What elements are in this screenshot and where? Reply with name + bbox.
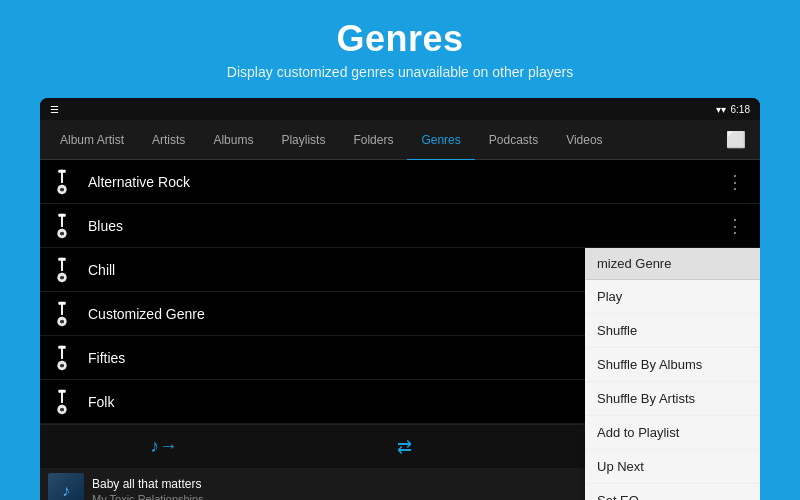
tab-folders[interactable]: Folders: [339, 121, 407, 161]
top-section: Genres Display customized genres unavail…: [0, 0, 800, 90]
tab-playlists[interactable]: Playlists: [267, 121, 339, 161]
context-menu-set-eq[interactable]: Set EQ: [585, 484, 760, 500]
svg-rect-37: [58, 389, 66, 392]
tab-podcasts[interactable]: Podcasts: [475, 121, 552, 161]
tab-artists[interactable]: Artists: [138, 121, 199, 161]
prev-control[interactable]: ♪→: [150, 436, 177, 457]
context-menu-header: mized Genre: [585, 248, 760, 280]
guitar-icon: [46, 211, 78, 241]
context-menu-up-next[interactable]: Up Next: [585, 450, 760, 484]
svg-rect-30: [58, 345, 66, 348]
wifi-icon: ▾▾: [716, 104, 726, 115]
genre-row[interactable]: Blues ⋮: [40, 204, 760, 248]
svg-rect-23: [58, 301, 66, 304]
tab-album-artist[interactable]: Album Artist: [46, 121, 138, 161]
cast-button[interactable]: ⬜: [718, 130, 754, 149]
context-menu-play[interactable]: Play: [585, 280, 760, 314]
status-menu-icon: ☰: [50, 104, 59, 115]
svg-rect-16: [58, 257, 66, 260]
more-button[interactable]: ⋮: [720, 167, 750, 197]
svg-rect-2: [58, 169, 66, 172]
tab-genres[interactable]: Genres: [407, 121, 474, 161]
tab-videos[interactable]: Videos: [552, 121, 616, 161]
context-menu: mized Genre Play Shuffle Shuffle By Albu…: [585, 248, 760, 500]
guitar-icon: [46, 167, 78, 197]
context-menu-shuffle-artists[interactable]: Shuffle By Artists: [585, 382, 760, 416]
context-menu-shuffle-albums[interactable]: Shuffle By Albums: [585, 348, 760, 382]
svg-rect-9: [58, 213, 66, 216]
genre-name: Alternative Rock: [88, 174, 720, 190]
status-bar: ☰ ▾▾ 6:18: [40, 98, 760, 120]
device-frame: ☰ ▾▾ 6:18 Album Artist Artists Albums Pl…: [40, 98, 760, 500]
guitar-icon: [46, 255, 78, 285]
shuffle-control[interactable]: ⇄: [397, 436, 412, 458]
time-display: 6:18: [731, 104, 750, 115]
status-right: ▾▾ 6:18: [716, 104, 750, 115]
genre-row[interactable]: Alternative Rock ⋮: [40, 160, 760, 204]
album-art: [48, 473, 84, 500]
guitar-icon: [46, 387, 78, 417]
guitar-icon: [46, 299, 78, 329]
album-art-image: [48, 473, 84, 500]
genre-list: Alternative Rock ⋮ Blues ⋮: [40, 160, 760, 424]
guitar-icon: [46, 343, 78, 373]
context-menu-shuffle[interactable]: Shuffle: [585, 314, 760, 348]
page-title: Genres: [0, 18, 800, 60]
tab-albums[interactable]: Albums: [199, 121, 267, 161]
tab-bar: Album Artist Artists Albums Playlists Fo…: [40, 120, 760, 160]
context-menu-add-playlist[interactable]: Add to Playlist: [585, 416, 760, 450]
page-subtitle: Display customized genres unavailable on…: [0, 64, 800, 80]
status-left: ☰: [50, 104, 59, 115]
more-button[interactable]: ⋮: [720, 211, 750, 241]
genre-name: Blues: [88, 218, 720, 234]
